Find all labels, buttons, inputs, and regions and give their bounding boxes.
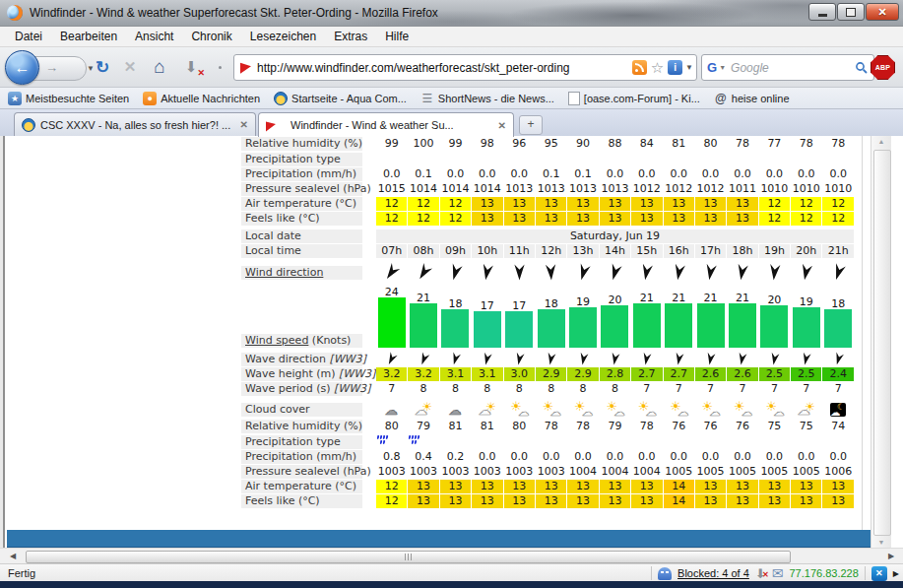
local-time-cell: 11h [504, 244, 535, 258]
cloud-cover-cell: ☀☁ [791, 400, 821, 419]
bookmark-shortnews-die-news[interactable]: ☰ShortNews - die News... [420, 92, 554, 105]
vertical-scrollbar-thumb[interactable] [873, 150, 891, 536]
wind-speed-bar: 20 [759, 287, 790, 348]
menu-chronik[interactable]: Chronik [182, 28, 240, 45]
suncloud-weather-icon: ☀☁ [701, 402, 721, 418]
value-cell: 12 [440, 197, 471, 211]
bookmark-startseite-aqua-com[interactable]: Startseite - Aqua Com... [274, 92, 407, 105]
menu-bearbeiten[interactable]: Bearbeiten [51, 28, 126, 45]
proxy-butterfly-icon[interactable]: ✕ [871, 566, 887, 581]
search-input[interactable]: Google [731, 61, 855, 75]
scroll-down-icon[interactable]: ▼ [871, 539, 891, 546]
empty-cell [536, 153, 566, 166]
forecast-row: Air temperature (°C)12121213131313131313… [241, 197, 855, 211]
menu-datei[interactable]: Datei [6, 28, 51, 45]
download-blocked-icon[interactable]: ⬇✕ [179, 55, 203, 79]
blocked-count-link[interactable]: Blocked: 4 of 4 [677, 567, 749, 579]
bookmark-heise-online[interactable]: @heise online [714, 92, 790, 105]
status-expand-icon[interactable]: ▶ [893, 569, 899, 578]
value-cell: 0.2 [440, 450, 471, 464]
bookmark-star-icon[interactable]: ☆ [651, 60, 664, 75]
bookmark-label: [oase.com-Forum] - Ki... [584, 93, 700, 104]
scroll-left-icon[interactable]: ◀ [6, 551, 20, 562]
location-bar[interactable]: http://www.windfinder.com/weatherforecas… [233, 54, 697, 81]
tab-csc[interactable]: CSC XXXV - Na, alles so fresh hier?! ...… [14, 112, 256, 136]
value-cell: 2.6 [695, 367, 726, 381]
forward-button[interactable]: → [45, 60, 75, 75]
tab-strip: CSC XXXV - Na, alles so fresh hier?! ...… [0, 108, 903, 137]
direction-arrow-icon [408, 259, 438, 286]
value-cell: 13 [472, 494, 502, 508]
local-time-cell: 19h [759, 244, 790, 258]
stop-button[interactable]: ✕ [118, 55, 142, 79]
scroll-right-icon[interactable]: ▶ [884, 551, 898, 562]
value-cell: 13 [504, 212, 535, 226]
tab-close-icon[interactable]: ✕ [498, 120, 506, 131]
wind-speed-link[interactable]: Wind speed [245, 334, 308, 347]
blue-badge-icon[interactable]: i [668, 60, 682, 75]
forecast-row: Wind direction [241, 259, 855, 286]
row-data [376, 153, 855, 166]
home-button[interactable]: ⌂ [148, 55, 171, 79]
title-bar[interactable]: Windfinder - Wind & weather Superforecas… [0, 0, 903, 27]
menu-extras[interactable]: Extras [325, 28, 376, 45]
minimize-button[interactable] [808, 3, 836, 21]
bookmark-meistbesuchte-seiten[interactable]: ★Meistbesuchte Seiten [8, 92, 129, 105]
value-cell: 12 [791, 197, 821, 211]
mail-envelope-icon[interactable]: ✉ [772, 566, 784, 580]
value-cell: 7 [695, 382, 726, 396]
scroll-up-icon[interactable]: ▲ [871, 138, 891, 145]
download-blocked-icon[interactable]: ⬇✕ [755, 567, 766, 580]
menu-hilfe[interactable]: Hilfe [376, 28, 418, 45]
value-cell: 2.5 [791, 367, 821, 381]
horizontal-scrollbar-thumb[interactable] [26, 551, 791, 563]
direction-arrow-icon [376, 259, 407, 286]
value-cell: 13 [472, 480, 502, 493]
value-cell: 12 [408, 212, 438, 226]
row-data: 0.80.40.20.00.00.00.00.00.00.00.00.00.00… [376, 450, 855, 464]
value-cell: 1012 [631, 182, 662, 196]
urlbar-dropdown-icon[interactable]: ▼ [685, 63, 693, 72]
empty-cell [440, 435, 471, 449]
back-button[interactable]: ← [5, 50, 39, 85]
suncloud-weather-icon: ☀☁ [733, 402, 752, 418]
bookmark-aktuelle-nachrichten[interactable]: ●Aktuelle Nachrichten [143, 92, 260, 105]
row-label-suffix: [WW3] [334, 382, 370, 395]
value-cell: 13 [504, 480, 535, 493]
value-cell: 0.4 [408, 450, 438, 464]
vertical-scrollbar[interactable]: ▲ ▼ [871, 136, 891, 548]
search-engine-dropdown-icon[interactable]: ▼ [719, 64, 726, 71]
horizontal-scrollbar[interactable]: ◀ ▶ [0, 548, 903, 564]
windfinder-favicon [240, 61, 251, 74]
suncloud-weather-icon: ☀☁ [605, 402, 624, 418]
rain-icon-cell [408, 435, 438, 449]
forecast-row: Air temperature (°C)12131313131313131314… [241, 480, 855, 493]
status-bar: Fertig Blocked: 4 of 4 ⬇✕ ✉ 77.176.83.22… [0, 563, 903, 582]
row-data: ☁☀☁☁☀☁☀☁☀☁☀☁☀☁☀☁☀☁☀☁☀☁☀☁☀☁☾☁ [376, 400, 855, 419]
cloud-cover-cell: ☀☁ [472, 400, 502, 419]
value-cell: 90 [567, 137, 598, 151]
search-magnifier-icon[interactable] [855, 61, 869, 75]
forecast-row: Wave period (s) [WW3]788888887777777 [241, 382, 855, 396]
value-cell: 3.2 [408, 367, 438, 381]
value-cell: 1013 [504, 182, 535, 196]
rss-feed-icon[interactable] [632, 60, 647, 75]
search-bar[interactable]: G ▼ Google [701, 54, 874, 81]
new-tab-button[interactable]: + [519, 115, 543, 135]
close-button[interactable]: ✕ [866, 3, 899, 21]
tab-windfinder[interactable]: Windfinder - Wind & weather Su... ✕ [258, 112, 514, 137]
tab-close-icon[interactable]: ✕ [240, 119, 248, 130]
wind-direction-link[interactable]: Wind direction [245, 266, 323, 279]
row-data [376, 352, 855, 366]
adblock-ghost-icon[interactable] [658, 567, 672, 580]
url-input[interactable]: http://www.windfinder.com/weatherforecas… [257, 61, 632, 75]
menu-ansicht[interactable]: Ansicht [126, 28, 182, 45]
cloud-icon: ☁ [415, 404, 427, 417]
reload-button[interactable]: ↻ [91, 55, 114, 79]
restore-button[interactable] [837, 3, 865, 21]
local-time-cell: 12h [536, 244, 566, 258]
bookmark-oase-com-forum-ki[interactable]: [oase.com-Forum] - Ki... [568, 92, 700, 105]
value-cell: 3.0 [504, 367, 535, 381]
adblock-plus-icon[interactable]: ABP [871, 55, 895, 80]
menu-lesezeichen[interactable]: Lesezeichen [241, 28, 325, 45]
